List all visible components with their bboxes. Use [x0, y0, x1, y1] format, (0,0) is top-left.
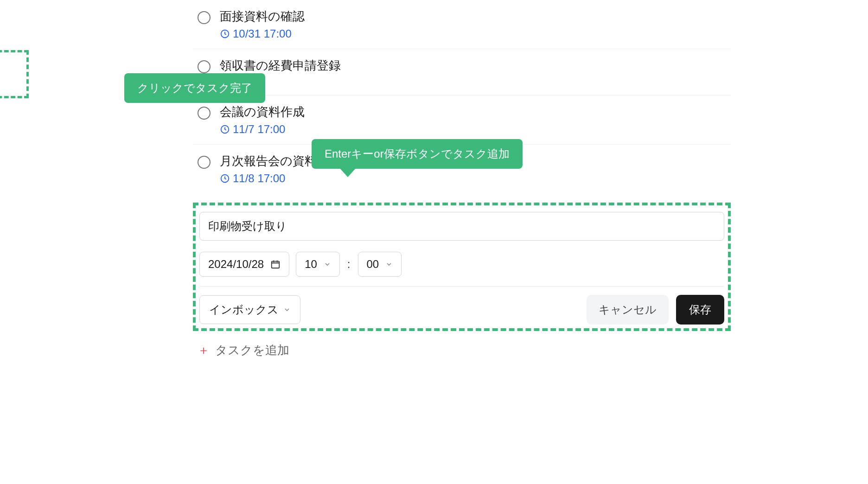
save-button[interactable]: 保存 — [676, 295, 724, 325]
minute-value: 00 — [367, 258, 379, 271]
clock-icon — [220, 29, 230, 39]
tooltip-add: Enterキーor保存ボタンでタスク追加 — [312, 139, 523, 169]
task-item[interactable]: 領収書の経費申請登録 — [193, 49, 731, 96]
task-title: 面接資料の確認 — [220, 8, 731, 25]
tooltip-text: クリックでタスク完了 — [137, 82, 252, 94]
form-footer: インボックス キャンセル 保存 — [199, 287, 724, 325]
chevron-down-icon — [283, 306, 291, 313]
task-list-container: 面接資料の確認 10/31 17:00 領収書の経費申請登録 会議の資料作成 1… — [123, 0, 745, 369]
cancel-button[interactable]: キャンセル — [587, 295, 669, 325]
task-due — [220, 76, 731, 87]
task-due: 11/7 17:00 — [220, 123, 731, 136]
date-input[interactable]: 2024/10/28 — [199, 252, 289, 277]
task-checkbox[interactable] — [198, 156, 211, 169]
chevron-down-icon — [385, 261, 393, 268]
add-task-label: タスクを追加 — [215, 342, 289, 358]
add-task-button[interactable]: ＋ タスクを追加 — [193, 331, 731, 369]
task-content: 領収書の経費申請登録 — [220, 57, 731, 87]
tooltip-complete: クリックでタスク完了 — [124, 73, 265, 103]
svg-rect-4 — [272, 261, 280, 268]
task-due-text: 10/31 17:00 — [233, 27, 292, 40]
minute-select[interactable]: 00 — [358, 252, 402, 277]
task-title: 会議の資料作成 — [220, 104, 731, 120]
plus-icon: ＋ — [198, 342, 210, 358]
task-content: 会議の資料作成 11/7 17:00 — [220, 104, 731, 136]
tooltip-tail-icon — [339, 168, 356, 177]
task-due: 10/31 17:00 — [220, 27, 731, 40]
checkbox-highlight — [0, 50, 29, 98]
task-item[interactable]: 面接資料の確認 10/31 17:00 — [193, 0, 731, 49]
task-content: 面接資料の確認 10/31 17:00 — [220, 8, 731, 40]
tooltip-text: Enterキーor保存ボタンでタスク追加 — [325, 147, 510, 160]
time-colon: : — [346, 258, 351, 271]
task-checkbox[interactable] — [198, 60, 211, 73]
hour-value: 10 — [305, 258, 317, 271]
task-due: 11/8 17:00 — [220, 172, 731, 185]
hour-select[interactable]: 10 — [296, 252, 340, 277]
category-value: インボックス — [209, 302, 279, 317]
clock-icon — [220, 124, 230, 134]
calendar-icon — [270, 259, 281, 269]
date-value: 2024/10/28 — [208, 258, 264, 271]
task-due-text: 11/7 17:00 — [233, 123, 285, 136]
task-due-text: 11/8 17:00 — [233, 172, 285, 185]
task-form: 2024/10/28 10 : 00 インボックス キャンセル 保存 — [193, 203, 731, 331]
task-checkbox[interactable] — [198, 11, 211, 24]
task-checkbox[interactable] — [198, 107, 211, 120]
footer-buttons: キャンセル 保存 — [587, 295, 724, 325]
clock-icon — [220, 173, 230, 184]
task-title: 領収書の経費申請登録 — [220, 57, 731, 74]
task-item[interactable]: 会議の資料作成 11/7 17:00 — [193, 96, 731, 145]
datetime-row: 2024/10/28 10 : 00 — [199, 252, 724, 277]
chevron-down-icon — [324, 261, 331, 268]
category-select[interactable]: インボックス — [199, 295, 300, 324]
task-title-input[interactable] — [199, 212, 724, 241]
